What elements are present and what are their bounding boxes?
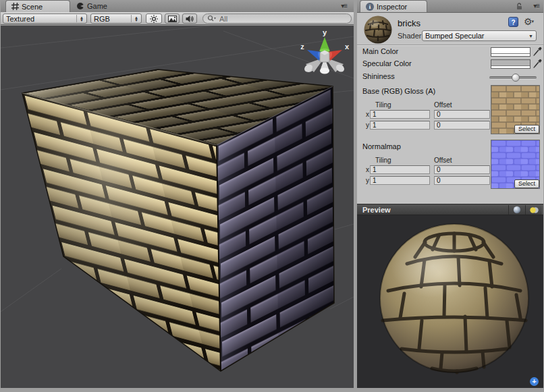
- normal-map-label: Normalmap: [362, 142, 401, 150]
- tab-scene-label: Scene: [22, 3, 43, 11]
- offset-header: Offset: [434, 157, 452, 164]
- normal-texture-thumbnail[interactable]: Select: [491, 140, 540, 189]
- tab-scene[interactable]: Scene: [5, 0, 70, 12]
- scene-audio-toggle[interactable]: [182, 13, 197, 24]
- image-icon: [168, 16, 177, 22]
- eyedropper-icon[interactable]: [533, 47, 542, 57]
- speaker-icon: [186, 15, 194, 23]
- preview-sphere-button[interactable]: [508, 205, 526, 215]
- preview-title: Preview: [362, 206, 391, 214]
- axis-label-x: x: [366, 111, 369, 118]
- scene-lighting-toggle[interactable]: [146, 13, 162, 24]
- specular-color-swatch[interactable]: [491, 59, 531, 69]
- scene-viewport[interactable]: y x z: [1, 26, 354, 388]
- help-icon[interactable]: ?: [508, 17, 518, 27]
- scene-tabbar: Scene Game ▾≡: [1, 0, 354, 13]
- normal-offset-y-field[interactable]: [434, 176, 490, 185]
- normal-offset-x-field[interactable]: [434, 165, 490, 174]
- normal-select-button[interactable]: Select: [514, 179, 539, 188]
- specular-color-label: Specular Color: [362, 59, 412, 67]
- base-offset-x-field[interactable]: [434, 110, 490, 119]
- shininess-handle[interactable]: [512, 74, 520, 82]
- updown-arrows-icon: ▲▼: [131, 15, 138, 22]
- inspector-panel: i Inspector ▾≡: [357, 0, 543, 388]
- shader-label: Shader: [398, 32, 421, 40]
- scene-panel-menu-icon[interactable]: ▾≡: [341, 2, 347, 10]
- gizmo-z-label: z: [300, 43, 304, 51]
- alpha-strip: [491, 53, 530, 56]
- tab-game-label: Game: [87, 2, 107, 10]
- base-tiling-x-field[interactable]: [370, 110, 430, 119]
- offset-header: Offset: [434, 101, 452, 109]
- tab-game[interactable]: Game: [71, 0, 132, 12]
- inspector-panel-menu-icon[interactable]: ▾≡: [533, 2, 539, 10]
- base-offset-y-field[interactable]: [434, 121, 490, 130]
- draw-mode-dropdown[interactable]: Textured ▲▼: [3, 13, 87, 24]
- axis-label-y: y: [366, 177, 369, 184]
- lock-icon[interactable]: [516, 3, 523, 10]
- preview-header: Preview: [357, 204, 543, 215]
- add-button[interactable]: +: [530, 377, 539, 386]
- game-icon: [76, 2, 84, 10]
- scene-panel: Scene Game ▾≡ Textured ▲▼ RGB ▲▼: [1, 0, 354, 388]
- search-icon: [207, 15, 216, 22]
- render-mode-dropdown[interactable]: RGB ▲▼: [90, 13, 142, 24]
- normal-tiling-x-field[interactable]: [370, 165, 430, 174]
- base-map-label: Base (RGB) Gloss (A): [362, 87, 435, 95]
- shader-value: Bumped Specular: [425, 32, 528, 40]
- main-color-swatch[interactable]: [491, 47, 531, 57]
- updown-arrows-icon: ▲▼: [76, 15, 84, 22]
- gizmo-y-label: y: [323, 28, 327, 36]
- scene-toolbar: Textured ▲▼ RGB ▲▼: [1, 12, 354, 25]
- tab-inspector-label: Inspector: [377, 3, 407, 11]
- axis-label-x: x: [366, 166, 369, 173]
- search-input[interactable]: [218, 14, 342, 24]
- two-lights-icon: [529, 206, 539, 214]
- base-select-button[interactable]: Select: [514, 125, 539, 134]
- shader-dropdown[interactable]: Bumped Specular ▼: [422, 30, 537, 41]
- main-color-label: Main Color: [362, 47, 398, 55]
- tiling-header: Tiling: [375, 101, 391, 109]
- header-divider: [357, 45, 543, 45]
- sphere-icon: [513, 206, 521, 214]
- dropdown-arrow-icon: ▼: [528, 34, 533, 38]
- alpha-strip: [491, 65, 530, 68]
- unity-editor-window: Scene Game ▾≡ Textured ▲▼ RGB ▲▼: [0, 0, 544, 392]
- gizmo-x-label: x: [345, 43, 350, 51]
- eyedropper-icon[interactable]: [533, 59, 542, 69]
- preview-area[interactable]: +: [357, 215, 543, 388]
- base-tiling-y-field[interactable]: [370, 121, 430, 130]
- scene-skybox-toggle[interactable]: [165, 13, 180, 24]
- preview-lighting-button[interactable]: [525, 205, 543, 215]
- tab-inspector[interactable]: i Inspector: [360, 0, 427, 12]
- gear-icon[interactable]: ⚙▾: [524, 16, 534, 27]
- inspector-tabbar: i Inspector ▾≡: [357, 0, 543, 13]
- info-icon: i: [366, 3, 374, 11]
- shininess-label: Shininess: [362, 72, 395, 80]
- base-texture-thumbnail[interactable]: Select: [491, 85, 540, 134]
- draw-mode-label: Textured: [6, 15, 74, 23]
- shininess-slider-track[interactable]: [489, 76, 537, 80]
- scene-search-box: [202, 13, 352, 24]
- material-thumbnail-sphere[interactable]: [363, 15, 393, 45]
- normal-tiling-y-field[interactable]: [370, 176, 430, 185]
- tiling-header: Tiling: [375, 157, 391, 164]
- material-name: bricks: [398, 18, 420, 28]
- preview-sphere: [357, 215, 543, 388]
- sun-icon: [150, 15, 158, 23]
- scene-grid-icon: [11, 3, 19, 10]
- axis-label-y: y: [366, 121, 369, 129]
- render-mode-label: RGB: [94, 15, 128, 23]
